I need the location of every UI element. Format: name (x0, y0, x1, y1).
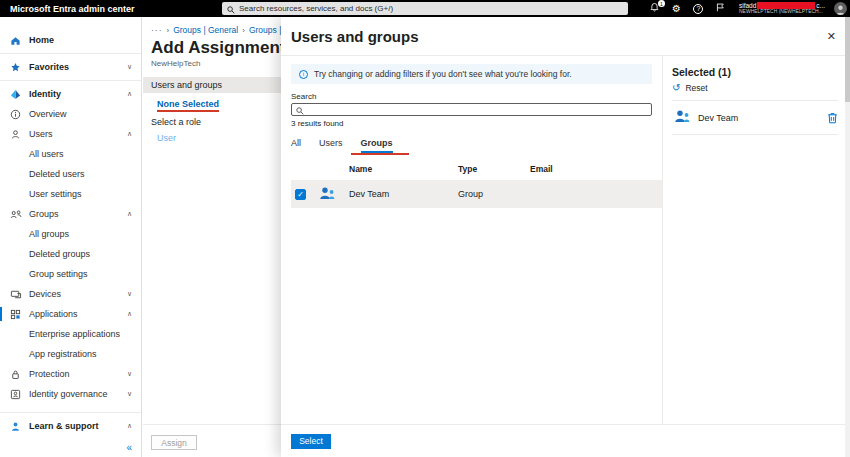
panel-search-input[interactable] (307, 105, 647, 114)
sidebar-collapse-button[interactable]: « (126, 442, 132, 453)
help-button[interactable]: ? (692, 2, 705, 15)
sidebar-item-applications[interactable]: Applications ∧ (0, 304, 141, 324)
sidebar-item-label: Enterprise applications (29, 329, 120, 339)
sidebar-item-deleted-groups[interactable]: Deleted groups (0, 244, 141, 264)
group-avatar-icon (317, 186, 349, 203)
reset-icon: ↺ (672, 83, 680, 93)
sidebar-divider (0, 80, 141, 81)
scrollbar-thumb[interactable] (845, 17, 850, 102)
settings-button[interactable]: ⚙ (670, 2, 683, 15)
sidebar-item-label: Learn & support (29, 421, 99, 431)
role-user-link[interactable]: User (157, 133, 176, 143)
breadcrumb-link-groups-general[interactable]: Groups | General (173, 25, 238, 35)
sidebar: Home Favorites ∨ Identity ∧ Overview Use… (0, 17, 142, 457)
chevron-up-icon: ∧ (127, 90, 132, 98)
chevron-down-icon: ∨ (127, 290, 132, 298)
sidebar-item-favorites[interactable]: Favorites ∨ (0, 57, 141, 77)
table-row[interactable]: ✓ Dev Team Group (291, 180, 662, 208)
results-table: Name Type Email ✓ Dev Team Group (291, 164, 652, 208)
screen: Microsoft Entra admin center 1 ⚙ ? (0, 0, 850, 457)
notifications-button[interactable]: 1 (648, 2, 661, 15)
sidebar-item-app-registrations[interactable]: App registrations (0, 344, 141, 364)
sidebar-item-home[interactable]: Home (0, 30, 141, 50)
trash-icon (827, 112, 838, 124)
panel-title: Users and groups (291, 28, 419, 45)
account-info[interactable]: sifadd c... NEWHELPTECH (NEWHELPTECH... (739, 2, 825, 15)
global-search[interactable] (222, 2, 628, 15)
assign-button[interactable]: Assign (151, 435, 197, 450)
group-avatar-icon (672, 109, 692, 126)
close-icon[interactable]: ✕ (827, 31, 836, 42)
sidebar-item-identity[interactable]: Identity ∧ (0, 84, 141, 104)
sidebar-item-label: Home (29, 35, 54, 45)
panel-header: Users and groups ✕ (281, 17, 850, 56)
sidebar-item-protection[interactable]: Protection ∨ (0, 364, 141, 384)
users-groups-selected-link[interactable]: None Selected (157, 99, 219, 112)
column-email: Email (530, 164, 662, 174)
chevron-down-icon: ∨ (127, 370, 132, 378)
help-icon: ? (693, 4, 703, 14)
tab-all[interactable]: All (291, 138, 301, 153)
info-icon: i (299, 70, 308, 79)
sidebar-item-group-settings[interactable]: Group settings (0, 264, 141, 284)
tab-users[interactable]: Users (319, 138, 343, 153)
info-banner: i Try changing or adding filters if you … (291, 64, 652, 84)
sidebar-item-label: User settings (29, 189, 82, 199)
account-tenant: NEWHELPTECH (NEWHELPTECH... (739, 9, 825, 15)
row-checkbox[interactable]: ✓ (295, 189, 306, 200)
sidebar-item-label: Group settings (29, 269, 88, 279)
remove-selected-button[interactable] (827, 112, 838, 124)
chevron-up-icon: ∧ (127, 210, 132, 218)
app-title: Microsoft Entra admin center (10, 4, 135, 14)
selected-item-name: Dev Team (698, 113, 738, 123)
sidebar-item-label: Applications (29, 309, 78, 319)
sidebar-item-label: All users (29, 149, 64, 159)
page-title: Add Assignment (151, 38, 285, 58)
search-icon (227, 0, 235, 18)
avatar[interactable] (834, 2, 847, 15)
row-type: Group (458, 189, 530, 199)
tab-groups[interactable]: Groups (361, 138, 393, 153)
breadcrumb-separator: › (167, 26, 170, 35)
select-button[interactable]: Select (291, 434, 331, 449)
topbar: Microsoft Entra admin center 1 ⚙ ? (0, 0, 850, 17)
scrollbar[interactable] (845, 17, 850, 457)
sidebar-item-groups[interactable]: Groups ∧ (0, 204, 141, 224)
panel-results-column: i Try changing or adding filters if you … (281, 56, 663, 424)
panel-footer: Select (281, 424, 850, 457)
sidebar-item-deleted-users[interactable]: Deleted users (0, 164, 141, 184)
lock-icon (9, 369, 22, 380)
info-banner-text: Try changing or adding filters if you do… (314, 69, 572, 79)
sidebar-item-overview[interactable]: Overview (0, 104, 141, 124)
reset-button[interactable]: ↺ Reset (672, 83, 838, 93)
feedback-button[interactable] (714, 2, 727, 15)
feedback-flag-icon (715, 2, 726, 15)
search-label: Search (291, 92, 652, 101)
divider (672, 134, 838, 135)
column-name: Name (349, 164, 458, 174)
panel-body: i Try changing or adding filters if you … (281, 56, 850, 424)
reset-label: Reset (685, 83, 707, 93)
sidebar-item-all-groups[interactable]: All groups (0, 224, 141, 244)
sidebar-item-user-settings[interactable]: User settings (0, 184, 141, 204)
sidebar-item-label: Groups (29, 209, 59, 219)
sidebar-item-label: Favorites (29, 62, 69, 72)
global-search-input[interactable] (239, 4, 623, 13)
search-icon (296, 101, 304, 119)
table-header: Name Type Email (291, 164, 662, 180)
panel-search-box[interactable] (291, 103, 652, 116)
home-icon (9, 35, 22, 46)
sidebar-item-label: Identity (29, 89, 61, 99)
sidebar-item-devices[interactable]: Devices ∨ (0, 284, 141, 304)
panel-selected-column: Selected (1) ↺ Reset Dev Team (663, 56, 850, 424)
filter-tabs: All Users Groups (291, 138, 652, 153)
sidebar-item-users[interactable]: Users ∧ (0, 124, 141, 144)
identity-icon (9, 89, 22, 100)
sidebar-item-learn-support[interactable]: Learn & support ∧ (0, 416, 141, 436)
sidebar-item-all-users[interactable]: All users (0, 144, 141, 164)
breadcrumb-ellipsis[interactable]: ··· (151, 25, 163, 35)
sidebar-divider (0, 412, 141, 413)
sidebar-item-label: Users (29, 129, 53, 139)
sidebar-item-enterprise-applications[interactable]: Enterprise applications (0, 324, 141, 344)
sidebar-item-identity-governance[interactable]: Identity governance ∨ (0, 384, 141, 404)
